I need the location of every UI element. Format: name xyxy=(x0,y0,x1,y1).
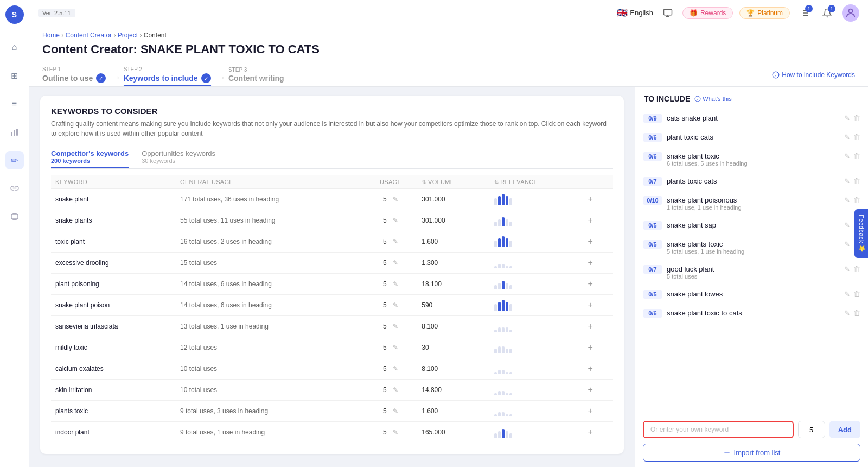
kw-volume: 301.000 xyxy=(422,217,445,224)
app-logo[interactable]: S xyxy=(5,5,24,24)
kw-add-button[interactable]: + xyxy=(586,427,595,437)
sidebar-item-table[interactable]: ≡ xyxy=(5,94,24,113)
kw-add-button[interactable]: + xyxy=(586,343,595,352)
rp-edit-icon[interactable]: ✎ xyxy=(844,290,850,298)
rp-list-item: 0/6 snake plant toxic 6 total uses, 5 us… xyxy=(635,147,868,172)
rp-delete-icon[interactable]: 🗑 xyxy=(853,114,860,122)
rewards-button[interactable]: 🎁 Rewards xyxy=(682,7,733,19)
add-keyword-button[interactable]: Add xyxy=(829,421,860,438)
kw-edit-icon[interactable]: ✎ xyxy=(393,238,398,245)
rp-edit-icon[interactable]: ✎ xyxy=(844,152,850,160)
import-from-list-button[interactable]: Import from list xyxy=(643,444,860,462)
kw-edit-icon[interactable]: ✎ xyxy=(393,407,398,415)
rp-kw-info: plants toxic cats xyxy=(667,177,840,185)
kw-add-button[interactable]: + xyxy=(586,258,595,267)
rp-delete-icon[interactable]: 🗑 xyxy=(853,177,860,185)
sidebar-item-link[interactable] xyxy=(5,179,24,198)
kw-bar-chart xyxy=(494,215,577,226)
kw-edit-icon[interactable]: ✎ xyxy=(393,344,398,351)
keyword-input[interactable] xyxy=(643,421,794,438)
kw-general-usage: 55 total uses, 11 uses in heading xyxy=(180,217,275,224)
user-avatar[interactable] xyxy=(842,4,859,22)
rp-item-actions: ✎ 🗑 xyxy=(844,196,860,204)
rp-delete-icon[interactable]: 🗑 xyxy=(853,309,860,317)
rp-kw-main: snake plant lowes xyxy=(667,290,840,298)
kw-edit-icon[interactable]: ✎ xyxy=(393,195,398,203)
bell-icon-btn[interactable]: 1 xyxy=(819,5,835,21)
rp-delete-icon[interactable]: 🗑 xyxy=(853,290,860,298)
kw-add-button[interactable]: + xyxy=(586,237,595,246)
rp-kw-sub: 5 total uses xyxy=(667,273,840,280)
tab-competitors[interactable]: Competitor's keywords 200 keywords xyxy=(51,146,129,168)
monitor-icon[interactable] xyxy=(660,5,676,21)
number-input[interactable] xyxy=(798,421,825,438)
rp-edit-icon[interactable]: ✎ xyxy=(844,221,850,229)
kw-edit-icon[interactable]: ✎ xyxy=(393,259,398,267)
kw-add-button[interactable]: + xyxy=(586,279,595,288)
step-2-label: STEP 2 xyxy=(124,66,211,72)
rp-kw-main: good luck plant xyxy=(667,265,840,273)
sidebar-item-home[interactable]: ⌂ xyxy=(5,38,24,56)
list-icon-btn[interactable]: 1 xyxy=(796,5,813,21)
step-2[interactable]: STEP 2 Keywords to include ✓ xyxy=(124,63,222,86)
th-general-usage: GENERAL USAGE xyxy=(176,175,364,189)
feedback-tab[interactable]: ⭐ Feedback xyxy=(854,209,868,258)
kw-edit-icon[interactable]: ✎ xyxy=(393,428,398,436)
kw-edit-icon[interactable]: ✎ xyxy=(393,323,398,330)
rp-header: TO INCLUDE What's this xyxy=(635,87,868,109)
kw-edit-icon[interactable]: ✎ xyxy=(393,217,398,224)
rp-delete-icon[interactable]: 🗑 xyxy=(853,196,860,204)
rp-edit-icon[interactable]: ✎ xyxy=(844,240,850,248)
rp-list-item: 0/5 snake plants toxic 5 total uses, 1 u… xyxy=(635,235,868,260)
rp-footer: Add Import from list xyxy=(635,415,868,467)
right-panel: TO INCLUDE What's this 0/9 cats snake pl… xyxy=(635,87,868,467)
svg-rect-4 xyxy=(12,213,17,214)
kw-volume: 301.000 xyxy=(422,195,445,203)
breadcrumb-project[interactable]: Project xyxy=(118,31,138,39)
kw-add-button[interactable]: + xyxy=(586,385,595,394)
rp-delete-icon[interactable]: 🗑 xyxy=(853,133,860,141)
rp-delete-icon[interactable]: 🗑 xyxy=(853,152,860,160)
rp-edit-icon[interactable]: ✎ xyxy=(844,114,850,122)
how-to-link[interactable]: How to include Keywords xyxy=(772,71,855,79)
language-selector[interactable]: 🇬🇧 English xyxy=(617,8,653,18)
kw-volume: 1.600 xyxy=(422,407,438,415)
tab-opportunities[interactable]: Opportunities keywords 30 keywords xyxy=(142,146,215,168)
tab-competitors-sub: 200 keywords xyxy=(51,157,129,164)
kw-add-button[interactable]: + xyxy=(586,300,595,310)
kw-keyword: sansevieria trifasciata xyxy=(55,323,118,330)
rp-edit-icon[interactable]: ✎ xyxy=(844,196,850,204)
kw-edit-icon[interactable]: ✎ xyxy=(393,386,398,394)
rp-input-row: Add xyxy=(643,421,860,438)
version-badge: Ver. 2.5.11 xyxy=(38,9,75,17)
rp-edit-icon[interactable]: ✎ xyxy=(844,265,850,273)
breadcrumb-home[interactable]: Home xyxy=(42,31,60,39)
rp-item-actions: ✎ 🗑 xyxy=(844,152,860,160)
rp-edit-icon[interactable]: ✎ xyxy=(844,309,850,317)
step-2-check: ✓ xyxy=(201,73,211,83)
whats-this-link[interactable]: What's this xyxy=(694,96,731,102)
sidebar-item-edit[interactable]: ✏ xyxy=(5,151,24,169)
kw-add-button[interactable]: + xyxy=(586,216,595,225)
kw-usage-num: 5 xyxy=(383,301,387,309)
sidebar-item-grid[interactable]: ⊞ xyxy=(5,66,24,85)
sidebar-item-chart[interactable] xyxy=(5,123,24,141)
step-3-name: Content writing xyxy=(228,74,284,83)
kw-add-button[interactable]: + xyxy=(586,321,595,331)
svg-rect-2 xyxy=(16,129,18,136)
sidebar-item-layers[interactable] xyxy=(5,207,24,226)
platinum-button[interactable]: 🏆 Platinum xyxy=(739,7,790,19)
rp-delete-icon[interactable]: 🗑 xyxy=(853,265,860,273)
rp-edit-icon[interactable]: ✎ xyxy=(844,133,850,141)
kw-add-button[interactable]: + xyxy=(586,406,595,415)
kw-edit-icon[interactable]: ✎ xyxy=(393,365,398,373)
step-3[interactable]: STEP 3 Content writing xyxy=(228,64,295,86)
kw-edit-icon[interactable]: ✎ xyxy=(393,301,398,309)
breadcrumb-creator[interactable]: Content Creator xyxy=(66,31,112,39)
kw-add-button[interactable]: + xyxy=(586,364,595,373)
step-1[interactable]: STEP 1 Outline to use ✓ xyxy=(42,63,117,86)
kw-edit-icon[interactable]: ✎ xyxy=(393,280,398,288)
rp-kw-main: snake plant sap xyxy=(667,221,840,229)
kw-add-button[interactable]: + xyxy=(586,194,595,204)
rp-edit-icon[interactable]: ✎ xyxy=(844,177,850,185)
